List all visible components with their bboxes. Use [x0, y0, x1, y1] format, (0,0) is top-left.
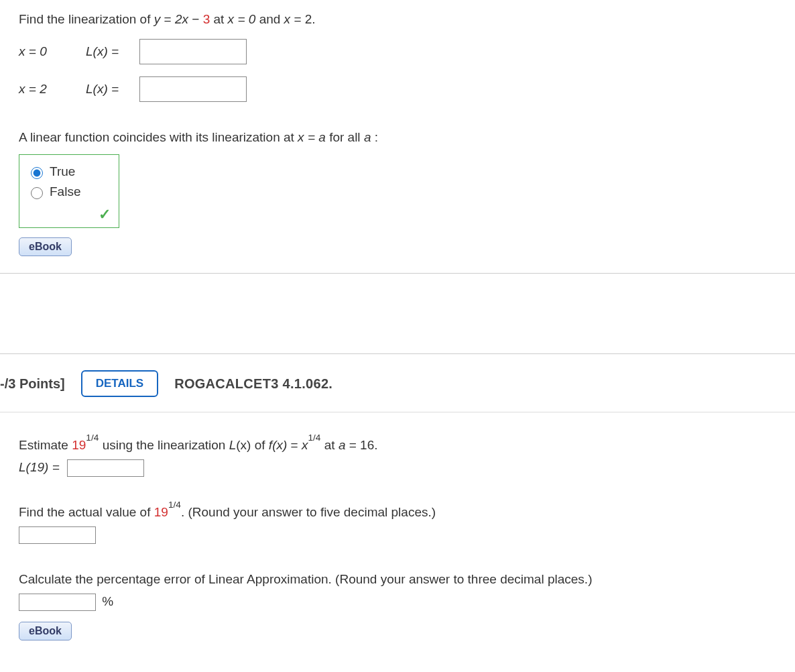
q1-radio-true[interactable]	[31, 167, 43, 179]
q1-mc-box: True False ✓	[19, 154, 119, 228]
q1-x0: x = 0	[228, 12, 256, 26]
q2-part3-prompt: Calculate the percentage error of Linear…	[19, 572, 776, 587]
q1-input-lx0[interactable]	[139, 39, 247, 64]
q1-row-x2-label: x = 2	[19, 82, 86, 97]
q1-row-x2-l: L(x) =	[86, 82, 139, 97]
q1-row-x2: x = 2 L(x) =	[19, 76, 776, 102]
q1-text: Find the linearization of	[19, 12, 154, 26]
q2-input-l19[interactable]	[67, 459, 144, 477]
q2-points: -/3 Points]	[0, 376, 65, 392]
q1-minus: −	[192, 12, 202, 26]
q2-source: ROGACALCET3 4.1.062.	[174, 376, 332, 392]
q1-eq: =	[164, 12, 175, 26]
ebook-button-q2[interactable]: eBook	[19, 622, 72, 640]
q1-row-x0: x = 0 L(x) =	[19, 39, 776, 64]
q1-correct-indicator: ✓	[27, 202, 111, 223]
q2-part2-input-row	[19, 526, 776, 544]
q1-linear-prompt: A linear function coincides with its lin…	[19, 130, 776, 145]
q2-input-percent[interactable]	[19, 594, 96, 611]
q2-input-actual[interactable]	[19, 526, 96, 544]
details-button[interactable]: DETAILS	[81, 370, 158, 397]
q2-part3-input-row: %	[19, 594, 776, 611]
q1-and: and	[259, 12, 284, 26]
q1-opt-false[interactable]: False	[27, 182, 111, 202]
q1-x2pre: x	[284, 12, 291, 26]
percent-label: %	[102, 594, 113, 608]
q1-radio-false[interactable]	[31, 187, 43, 199]
q2-header: -/3 Points] DETAILS ROGACALCET3 4.1.062.	[0, 354, 795, 412]
q2-l19-label: L(19) =	[19, 460, 60, 474]
q1-x2eq: = 2.	[294, 12, 315, 26]
q2-l19-row: L(19) =	[19, 459, 776, 477]
q2-part1-prompt: Estimate 191/4 using the linearization L…	[19, 438, 776, 453]
q1-opt-true-label: True	[50, 164, 75, 179]
q2-part2-prompt: Find the actual value of 191/4. (Round y…	[19, 505, 776, 520]
q1-opt-false-label: False	[50, 184, 80, 199]
q1-at: at	[213, 12, 227, 26]
q1-y: y	[154, 12, 161, 26]
q1-2x: 2x	[175, 12, 188, 26]
q1-row-x0-label: x = 0	[19, 44, 86, 59]
q1-3: 3	[203, 12, 210, 26]
q1-row-x0-l: L(x) =	[86, 44, 139, 59]
q1-prompt: Find the linearization of y = 2x − 3 at …	[19, 12, 776, 27]
question-1: Find the linearization of y = 2x − 3 at …	[0, 0, 795, 274]
q1-input-lx2[interactable]	[139, 76, 247, 102]
question-2: Estimate 191/4 using the linearization L…	[0, 412, 795, 654]
ebook-button[interactable]: eBook	[19, 237, 72, 256]
q1-opt-true[interactable]: True	[27, 162, 111, 182]
checkmark-icon: ✓	[99, 206, 111, 223]
